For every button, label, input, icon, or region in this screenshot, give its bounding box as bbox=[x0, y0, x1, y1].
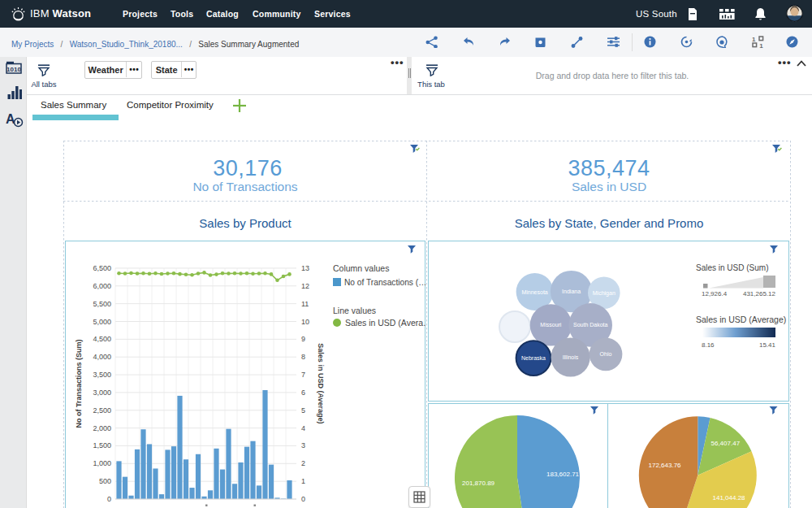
svg-text:2,000: 2,000 bbox=[93, 424, 111, 432]
svg-text:141,044.28: 141,044.28 bbox=[712, 494, 745, 501]
svg-text:201,870.89: 201,870.89 bbox=[462, 480, 495, 487]
svg-text:8: 8 bbox=[301, 353, 305, 361]
svg-text:8.16: 8.16 bbox=[702, 341, 715, 349]
svg-text:Michigan: Michigan bbox=[593, 290, 615, 297]
svg-text:11: 11 bbox=[301, 300, 309, 308]
svg-text:1,500: 1,500 bbox=[93, 441, 111, 449]
svg-text:0: 0 bbox=[107, 495, 111, 503]
svg-text:3: 3 bbox=[301, 441, 305, 449]
svg-text:12,926.4: 12,926.4 bbox=[702, 290, 728, 297]
svg-text:Nebraska: Nebraska bbox=[521, 355, 546, 361]
svg-text:4,500: 4,500 bbox=[93, 335, 111, 343]
svg-text:1,000: 1,000 bbox=[93, 459, 111, 467]
svg-text:Sales in USD (Avera…: Sales in USD (Avera… bbox=[345, 318, 425, 328]
svg-text:Illinois: Illinois bbox=[563, 354, 579, 360]
svg-text:Sales in USD (Average): Sales in USD (Average) bbox=[317, 343, 325, 423]
svg-text:5,500: 5,500 bbox=[93, 300, 111, 308]
svg-text:12: 12 bbox=[301, 282, 309, 290]
svg-text:Column values: Column values bbox=[333, 263, 389, 273]
svg-text:3,500: 3,500 bbox=[93, 371, 111, 379]
svg-text:No of Transactions (…: No of Transactions (… bbox=[344, 278, 425, 287]
svg-text:1: 1 bbox=[301, 477, 305, 485]
svg-text:Indiana: Indiana bbox=[562, 289, 581, 294]
svg-text:Missouri: Missouri bbox=[540, 322, 562, 328]
svg-text:5: 5 bbox=[301, 406, 305, 415]
svg-text:9: 9 bbox=[301, 335, 305, 343]
svg-text:500: 500 bbox=[99, 477, 111, 485]
svg-text:South Dakota: South Dakota bbox=[573, 322, 608, 328]
svg-text:56,407.47: 56,407.47 bbox=[710, 440, 740, 447]
svg-text:10: 10 bbox=[301, 318, 309, 326]
svg-text:4,000: 4,000 bbox=[93, 353, 111, 361]
svg-text:0: 0 bbox=[301, 495, 305, 503]
svg-text:6,500: 6,500 bbox=[93, 264, 111, 272]
svg-text:6: 6 bbox=[301, 389, 305, 397]
svg-text:431,265.12: 431,265.12 bbox=[743, 290, 776, 297]
svg-text:13: 13 bbox=[301, 264, 309, 272]
svg-text:No of Transactions (Sum): No of Transactions (Sum) bbox=[75, 339, 83, 428]
svg-text:183,602.71: 183,602.71 bbox=[546, 471, 580, 478]
svg-text:Sales in USD (Average): Sales in USD (Average) bbox=[696, 315, 786, 324]
svg-text:Sales in USD (Sum): Sales in USD (Sum) bbox=[696, 263, 768, 272]
svg-text:6,000: 6,000 bbox=[93, 282, 111, 290]
svg-text:15.41: 15.41 bbox=[759, 341, 776, 349]
svg-text:Ohio: Ohio bbox=[600, 351, 612, 357]
svg-text:2,500: 2,500 bbox=[93, 406, 111, 415]
svg-text:3,000: 3,000 bbox=[93, 389, 111, 397]
svg-text:7: 7 bbox=[301, 371, 305, 379]
svg-text:172,643.76: 172,643.76 bbox=[648, 462, 681, 469]
svg-text:Minnesota: Minnesota bbox=[521, 289, 547, 295]
svg-text:5,000: 5,000 bbox=[93, 318, 111, 326]
svg-text:4: 4 bbox=[301, 424, 305, 432]
svg-text:Line values: Line values bbox=[333, 306, 376, 315]
svg-text:2: 2 bbox=[301, 459, 305, 467]
